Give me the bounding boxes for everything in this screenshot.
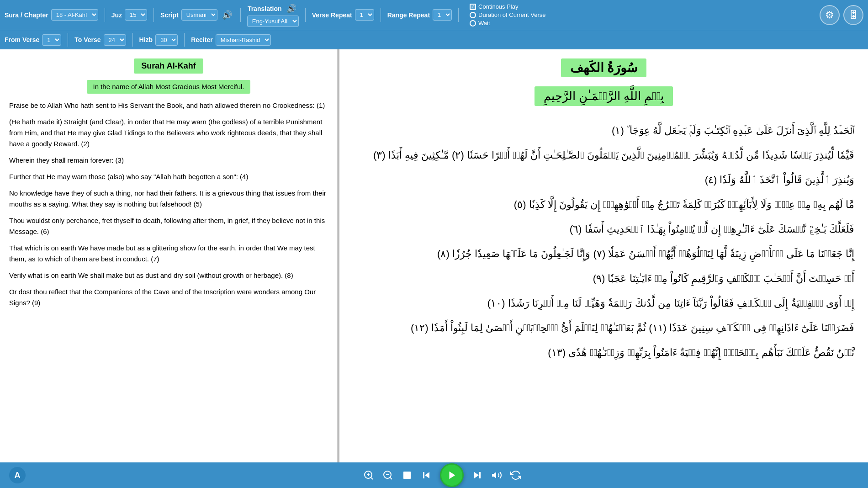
arabic-verse: إِنَّا جَعَلۡنَا مَا عَلَى ٱلۡأَرۡضِ زِي… bbox=[353, 244, 854, 264]
header-row-1: Sura / Chapter 18 - Al-Kahf Juz 15 Scrip… bbox=[0, 0, 868, 30]
sura-chapter-group: Sura / Chapter 18 - Al-Kahf bbox=[5, 9, 98, 21]
duration-radio[interactable] bbox=[470, 12, 476, 18]
settings-gear-btn[interactable]: ⚙ bbox=[820, 5, 840, 25]
playback-footer: A bbox=[0, 462, 868, 488]
prev-btn[interactable] bbox=[421, 470, 432, 481]
divider-5 bbox=[381, 8, 381, 22]
verse-text: Or dost thou reflect that the Companions… bbox=[9, 286, 328, 308]
duration-label: Duration of Current Verse bbox=[478, 11, 545, 18]
translation-panel[interactable]: Surah Al-Kahf In the name of Allah Most … bbox=[0, 49, 338, 462]
verse-repeat-label: Verse Repeat bbox=[312, 11, 352, 19]
footer-center bbox=[363, 463, 521, 487]
next-btn[interactable] bbox=[472, 470, 483, 481]
divider-2 bbox=[153, 8, 154, 22]
hizb-group: Hizb 30 bbox=[139, 34, 178, 46]
range-repeat-group: Range Repeat 1 2 3 bbox=[387, 9, 452, 21]
svg-rect-9 bbox=[423, 472, 424, 478]
hizb-label: Hizb bbox=[139, 36, 153, 43]
verse-text: Praise be to Allah Who hath sent to His … bbox=[9, 100, 328, 111]
verse-text: (He hath made it) Straight (and Clear), … bbox=[9, 117, 328, 149]
range-repeat-label: Range Repeat bbox=[387, 11, 430, 19]
arabic-verse: إِذۡ أَوَى ٱلۡفِتۡيَةُ إِلَى ٱلۡكَهۡفِ ف… bbox=[353, 293, 854, 313]
play-btn[interactable] bbox=[440, 463, 464, 487]
verse-text: Verily what is on earth We shall make bu… bbox=[9, 270, 328, 281]
footer-left: A bbox=[9, 467, 26, 483]
bismillah-row: In the name of Allah Most Gracious Most … bbox=[9, 80, 328, 94]
to-verse-select[interactable]: 24 bbox=[104, 34, 126, 46]
arabic-surah-title: سُورَةُ الكَهف bbox=[561, 58, 647, 77]
zoom-out-btn[interactable] bbox=[382, 470, 393, 481]
volume-btn[interactable] bbox=[491, 470, 502, 481]
extra-settings-btn[interactable]: 🎛 bbox=[843, 5, 863, 25]
wait-radio[interactable] bbox=[470, 20, 476, 27]
arabic-verses-container: ٱلۡحَمۡدُ لِلَّهِ ٱلَّذِىٓ أَنزَلَ عَلَى… bbox=[353, 121, 854, 363]
verse-text: No knowledge have they of such a thing, … bbox=[9, 188, 328, 210]
verse-text: Thou wouldst only perchance, fret thysel… bbox=[9, 215, 328, 237]
divider-1 bbox=[105, 8, 105, 22]
wait-label: Wait bbox=[478, 20, 490, 27]
divider-6 bbox=[458, 8, 459, 22]
svg-marker-11 bbox=[474, 472, 479, 478]
sura-select[interactable]: 18 - Al-Kahf bbox=[51, 9, 98, 21]
translation-audio-btn[interactable]: 🔊 bbox=[285, 3, 298, 15]
zoom-in-btn[interactable] bbox=[363, 470, 374, 481]
reciter-group: Reciter Mishari-Rashid bbox=[191, 34, 270, 46]
sura-label: Sura / Chapter bbox=[5, 11, 48, 19]
verse-repeat-select[interactable]: 1 2 3 bbox=[355, 9, 374, 21]
svg-marker-13 bbox=[492, 472, 496, 478]
svg-line-5 bbox=[390, 477, 392, 479]
juz-select[interactable]: 15 bbox=[125, 9, 147, 21]
from-verse-label: From Verse bbox=[5, 36, 39, 43]
duration-option[interactable]: Duration of Current Verse bbox=[470, 11, 545, 18]
range-repeat-select[interactable]: 1 2 3 bbox=[433, 9, 452, 21]
divider-3 bbox=[240, 8, 241, 22]
verse-repeat-group: Verse Repeat 1 2 3 bbox=[312, 9, 374, 21]
script-audio-btn[interactable]: 🔊 bbox=[220, 9, 234, 21]
main-content: Surah Al-Kahf In the name of Allah Most … bbox=[0, 49, 868, 462]
from-verse-select[interactable]: 1 bbox=[42, 34, 61, 46]
arabic-verse: مَّا لَهُم بِهِۦ مِنۡ عِلۡمٖ وَلَا لِأَب… bbox=[353, 195, 854, 215]
reciter-label: Reciter bbox=[191, 36, 212, 43]
hizb-select[interactable]: 30 bbox=[155, 34, 178, 46]
to-verse-group: To Verse 24 bbox=[74, 34, 126, 46]
svg-rect-7 bbox=[403, 472, 411, 479]
app-logo: A bbox=[9, 467, 26, 483]
verse-text: Wherein they shall remain forever: (3) bbox=[9, 155, 328, 166]
svg-line-1 bbox=[371, 477, 373, 479]
verse-text: Further that He may warn those (also) wh… bbox=[9, 171, 328, 182]
arabic-verse: نَّحۡنُ نَقُصُّ عَلَيۡكَ نَبَأَهُم بِٱلۡ… bbox=[353, 343, 854, 363]
script-label: Script bbox=[160, 11, 179, 19]
arabic-bismillah: بِسۡمِ اللَّهِ الرَّحۡمَـٰنِ الرَّحِيمِ bbox=[535, 86, 673, 106]
continuous-play-checkbox[interactable] bbox=[470, 4, 476, 10]
surah-title: Surah Al-Kahf bbox=[134, 58, 203, 74]
juz-label: Juz bbox=[111, 11, 122, 19]
divider-8 bbox=[132, 33, 133, 47]
verses-container: Praise be to Allah Who hath sent to His … bbox=[9, 100, 328, 308]
wait-option[interactable]: Wait bbox=[470, 20, 545, 27]
script-select[interactable]: Usmani bbox=[181, 9, 217, 21]
bismillah-text: In the name of Allah Most Gracious Most … bbox=[87, 80, 251, 94]
continuous-play-label: Continous Play bbox=[478, 3, 518, 10]
svg-rect-12 bbox=[479, 472, 481, 478]
svg-marker-8 bbox=[425, 472, 429, 478]
refresh-btn[interactable] bbox=[510, 470, 521, 481]
arabic-verse: ٱلۡحَمۡدُ لِلَّهِ ٱلَّذِىٓ أَنزَلَ عَلَى… bbox=[353, 121, 854, 141]
arabic-verse: فَضَرَبۡنَا عَلَىٰٓ ءَاذَانِهِمۡ فِى ٱلۡ… bbox=[353, 318, 854, 338]
verse-text: That which is on earth We have made but … bbox=[9, 243, 328, 265]
surah-title-row: Surah Al-Kahf bbox=[9, 58, 328, 76]
svg-marker-10 bbox=[450, 472, 455, 479]
translation-group: Translation 🔊 Eng-Yusuf Ali bbox=[247, 3, 299, 27]
divider-7 bbox=[68, 33, 68, 47]
arabic-verse: فَلَعَلَّكَ بَـٰخِعٞ نَّفۡسَكَ عَلَىٰٓ ء… bbox=[353, 219, 854, 239]
to-verse-label: To Verse bbox=[74, 36, 101, 43]
juz-group: Juz 15 bbox=[111, 9, 147, 21]
arabic-verse: أَمۡ حَسِبۡتَ أَنَّ أَصۡحَـٰبَ ٱلۡكَهۡفِ… bbox=[353, 269, 854, 289]
arabic-panel[interactable]: سُورَةُ الكَهف بِسۡمِ اللَّهِ الرَّحۡمَـ… bbox=[339, 49, 868, 462]
divider-4 bbox=[305, 8, 306, 22]
arabic-verse: وَيُنذِرَ ٱلَّذِينَ قَالُواْ ٱتَّخَذَ ٱل… bbox=[353, 170, 854, 190]
continuous-play-option[interactable]: Continous Play bbox=[470, 3, 545, 10]
arabic-title-row: سُورَةُ الكَهف bbox=[353, 58, 854, 82]
reciter-select[interactable]: Mishari-Rashid bbox=[216, 34, 271, 46]
stop-btn[interactable] bbox=[402, 470, 413, 481]
translation-select[interactable]: Eng-Yusuf Ali bbox=[247, 16, 299, 27]
